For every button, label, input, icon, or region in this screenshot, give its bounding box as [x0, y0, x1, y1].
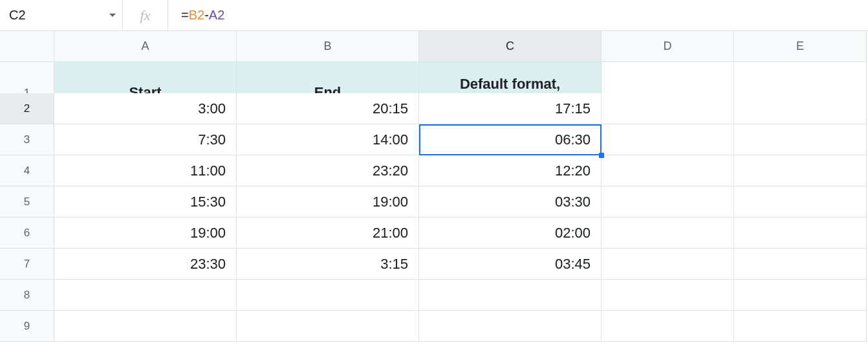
cell-A8[interactable] — [54, 280, 237, 311]
cell-D3[interactable] — [602, 124, 734, 155]
formula-eq: = — [181, 8, 189, 23]
cell-A9[interactable] — [54, 311, 237, 342]
select-all-corner[interactable] — [0, 31, 54, 62]
cell-C7[interactable]: 03:45 — [419, 249, 602, 280]
cell-C4[interactable]: 12:20 — [419, 155, 602, 186]
col-header-E[interactable]: E — [734, 31, 867, 62]
row-header-6[interactable]: 6 — [0, 218, 54, 249]
cell-E7[interactable] — [734, 249, 867, 280]
cell-A2[interactable]: 3:00 — [54, 93, 237, 124]
fx-icon: fx — [123, 0, 168, 30]
cell-A7[interactable]: 23:30 — [54, 249, 237, 280]
cell-B5[interactable]: 19:00 — [237, 186, 419, 218]
col-header-D[interactable]: D — [602, 31, 734, 62]
cell-D6[interactable] — [602, 218, 734, 249]
row-header-2[interactable]: 2 — [0, 93, 54, 124]
cell-E9[interactable] — [734, 311, 867, 342]
cell-B7[interactable]: 3:15 — [237, 249, 419, 280]
row-header-3[interactable]: 3 — [0, 124, 54, 155]
cell-C2[interactable]: 17:15 — [419, 93, 602, 124]
chevron-down-icon[interactable] — [109, 14, 116, 17]
cell-B6[interactable]: 21:00 — [237, 218, 419, 249]
cell-A6[interactable]: 19:00 — [54, 218, 237, 249]
cell-C5[interactable]: 03:30 — [419, 186, 602, 218]
cell-E6[interactable] — [734, 218, 867, 249]
cell-D5[interactable] — [602, 186, 734, 218]
cell-B9[interactable] — [237, 311, 419, 342]
row-header-5[interactable]: 5 — [0, 186, 54, 218]
cell-E3[interactable] — [734, 124, 867, 155]
cell-B8[interactable] — [237, 280, 419, 311]
cell-D4[interactable] — [602, 155, 734, 186]
cell-D8[interactable] — [602, 280, 734, 311]
formula-bar: C2 fx =B2-A2 — [0, 0, 868, 31]
row-header-7[interactable]: 7 — [0, 249, 54, 280]
name-box[interactable]: C2 — [0, 0, 123, 30]
cell-E2[interactable] — [734, 93, 867, 124]
row-header-8[interactable]: 8 — [0, 280, 54, 311]
cell-B2[interactable]: 20:15 — [237, 93, 419, 124]
col-header-A[interactable]: A — [54, 31, 237, 62]
cell-E8[interactable] — [734, 280, 867, 311]
cell-A4[interactable]: 11:00 — [54, 155, 237, 186]
name-box-value: C2 — [9, 8, 26, 23]
cell-B4[interactable]: 23:20 — [237, 155, 419, 186]
cell-C8[interactable] — [419, 280, 602, 311]
cell-C6[interactable]: 02:00 — [419, 218, 602, 249]
formula-ref-b2: B2 — [189, 8, 204, 23]
formula-ref-a2: A2 — [209, 8, 224, 23]
cell-C3[interactable]: 06:30 — [419, 124, 602, 155]
cell-D2[interactable] — [602, 93, 734, 124]
formula-input[interactable]: =B2-A2 — [168, 0, 868, 30]
cell-E5[interactable] — [734, 186, 867, 218]
cell-C9[interactable] — [419, 311, 602, 342]
cell-A5[interactable]: 15:30 — [54, 186, 237, 218]
fill-handle[interactable] — [599, 153, 604, 158]
col-header-B[interactable]: B — [237, 31, 419, 62]
row-header-4[interactable]: 4 — [0, 155, 54, 186]
cell-B3[interactable]: 14:00 — [237, 124, 419, 155]
cell-D9[interactable] — [602, 311, 734, 342]
cell-E4[interactable] — [734, 155, 867, 186]
cell-A3[interactable]: 7:30 — [54, 124, 237, 155]
formula-op: - — [204, 8, 209, 23]
row-header-9[interactable]: 9 — [0, 311, 54, 342]
spreadsheet-grid[interactable]: A B C D E 1 Start End Default format, hh… — [0, 31, 868, 342]
cell-D7[interactable] — [602, 249, 734, 280]
col-header-C[interactable]: C — [419, 31, 602, 62]
